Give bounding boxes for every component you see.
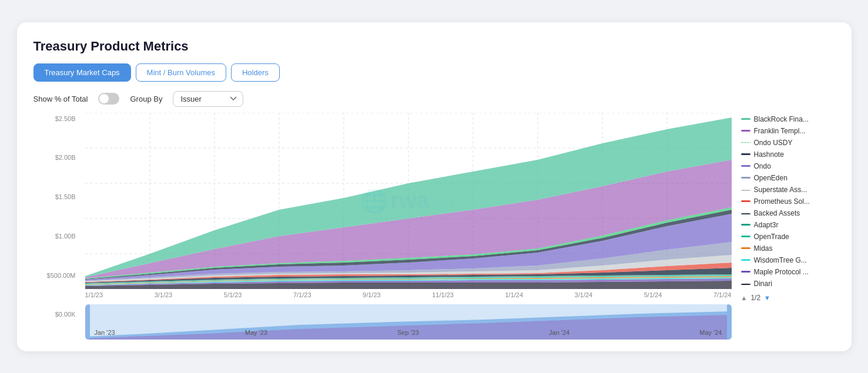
- legend-color-13: [741, 271, 750, 273]
- legend-item-5: OpenEden: [741, 174, 835, 182]
- legend-item-10: OpenTrade: [741, 233, 835, 241]
- legend-color-3: [741, 153, 750, 155]
- x-label-0: 1/1/23: [85, 291, 103, 298]
- legend-color-8: [741, 213, 750, 214]
- legend-color-7: [741, 200, 750, 202]
- legend-label-7: Prometheus Sol...: [754, 197, 810, 206]
- tabs-row: Treasury Market Caps Mint / Burn Volumes…: [33, 63, 835, 82]
- legend-pagination: ▲ 1/2 ▼: [741, 294, 835, 302]
- x-label-7: 3/1/24: [575, 291, 593, 298]
- x-label-9: 7/1/24: [713, 291, 732, 298]
- legend-label-13: Maple Protocol ...: [754, 268, 809, 276]
- y-label-4: $2.00B: [33, 154, 76, 161]
- y-label-0: $0.00K: [33, 311, 76, 318]
- legend-label-0: BlackRock Fina...: [754, 115, 809, 123]
- legend-label-10: OpenTrade: [754, 233, 789, 241]
- legend-item-13: Maple Protocol ...: [741, 268, 835, 276]
- legend-item-11: Midas: [741, 244, 835, 253]
- legend-label-2: Ondo USDY: [754, 139, 793, 147]
- legend: BlackRock Fina... Franklin Templ... Ondo…: [741, 113, 835, 340]
- group-by-select[interactable]: IssuerAssetChainProtocol: [173, 91, 243, 107]
- group-by-label: Group By: [130, 95, 162, 103]
- x-label-2: 5/1/23: [224, 291, 242, 298]
- legend-color-0: [741, 118, 750, 120]
- minimap-label-0: Jan '23: [95, 329, 115, 336]
- x-label-8: 5/1/24: [644, 291, 662, 298]
- x-label-3: 7/1/23: [293, 291, 311, 298]
- x-label-6: 1/1/24: [505, 291, 523, 298]
- tab-holders[interactable]: Holders: [231, 63, 280, 82]
- legend-color-4: [741, 165, 750, 167]
- legend-item-8: Backed Assets: [741, 209, 835, 217]
- legend-color-1: [741, 130, 750, 132]
- legend-item-4: Ondo: [741, 162, 835, 170]
- x-label-5: 11/1/23: [432, 291, 454, 298]
- legend-item-9: Adapt3r: [741, 221, 835, 229]
- legend-label-6: Superstate Ass...: [754, 186, 807, 194]
- legend-color-6: [741, 190, 750, 191]
- legend-item-12: WisdomTree G...: [741, 256, 835, 264]
- legend-item-0: BlackRock Fina...: [741, 115, 835, 123]
- x-label-1: 3/1/23: [155, 291, 173, 298]
- tab-mint-burn-volumes[interactable]: Mint / Burn Volumes: [136, 63, 226, 82]
- legend-label-1: Franklin Templ...: [754, 127, 806, 135]
- legend-color-12: [741, 259, 750, 261]
- x-axis: 1/1/23 3/1/23 5/1/23 7/1/23 9/1/23 11/1/…: [85, 289, 732, 298]
- legend-color-2: [741, 142, 750, 143]
- legend-label-3: Hashnote: [754, 150, 784, 159]
- legend-color-14: [741, 284, 750, 285]
- minimap-label-1: May '23: [245, 329, 267, 336]
- minimap-label-2: Sep '23: [397, 329, 419, 336]
- legend-label-12: WisdomTree G...: [754, 256, 807, 264]
- legend-prev-icon[interactable]: ▲: [741, 294, 748, 301]
- legend-label-11: Midas: [754, 244, 773, 253]
- chart-area: $2.50B $2.00B $1.50B $1.00B $500.00M $0.…: [33, 113, 835, 340]
- y-label-5: $2.50B: [33, 115, 76, 122]
- y-label-2: $1.00B: [33, 233, 76, 240]
- chart-plot-wrapper: 🌐 rwa.xyz: [85, 113, 732, 340]
- legend-label-14: Dinari: [754, 280, 772, 288]
- legend-item-7: Prometheus Sol...: [741, 197, 835, 206]
- legend-item-3: Hashnote: [741, 150, 835, 159]
- main-chart-svg: [85, 113, 732, 289]
- legend-color-10: [741, 236, 750, 237]
- minimap-labels: Jan '23 May '23 Sep '23 Jan '24 May '24: [85, 329, 732, 336]
- legend-next-icon[interactable]: ▼: [764, 294, 770, 301]
- minimap-label-3: Jan '24: [549, 329, 569, 336]
- tab-treasury-market-caps[interactable]: Treasury Market Caps: [33, 63, 131, 82]
- y-label-1: $500.00M: [33, 272, 76, 279]
- x-label-4: 9/1/23: [363, 291, 381, 298]
- minimap[interactable]: Jan '23 May '23 Sep '23 Jan '24 May '24: [85, 304, 732, 340]
- legend-label-9: Adapt3r: [754, 221, 779, 229]
- legend-item-6: Superstate Ass...: [741, 186, 835, 194]
- main-card: Treasury Product Metrics Treasury Market…: [17, 22, 852, 351]
- show-pct-label: Show % of Total: [33, 95, 88, 103]
- legend-label-5: OpenEden: [754, 174, 787, 182]
- y-axis: $2.50B $2.00B $1.50B $1.00B $500.00M $0.…: [33, 113, 76, 340]
- legend-item-14: Dinari: [741, 280, 835, 288]
- legend-color-9: [741, 224, 750, 226]
- controls-row: Show % of Total Group By IssuerAssetChai…: [33, 91, 835, 107]
- minimap-label-4: May '24: [699, 329, 722, 336]
- page-title: Treasury Product Metrics: [33, 39, 835, 54]
- legend-label-4: Ondo: [754, 162, 771, 170]
- legend-item-2: Ondo USDY: [741, 139, 835, 147]
- legend-color-5: [741, 177, 750, 179]
- legend-item-1: Franklin Templ...: [741, 127, 835, 135]
- y-label-3: $1.50B: [33, 193, 76, 200]
- show-pct-toggle[interactable]: [98, 93, 119, 105]
- legend-page: 1/2: [750, 294, 760, 302]
- legend-label-8: Backed Assets: [754, 209, 800, 217]
- chart-svg-container: 🌐 rwa.xyz: [85, 113, 732, 289]
- legend-color-11: [741, 247, 750, 249]
